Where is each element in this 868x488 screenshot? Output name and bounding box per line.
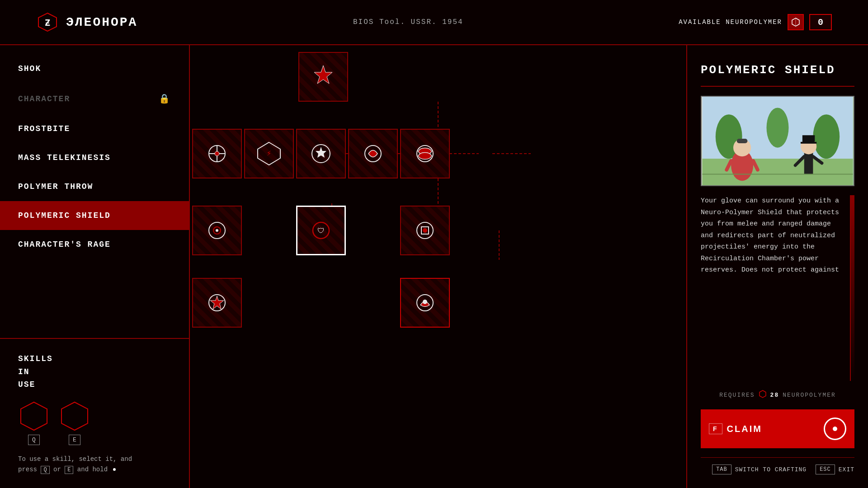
sidebar-item-shok[interactable]: SHOK xyxy=(0,54,189,83)
svg-point-18 xyxy=(215,151,219,156)
sidebar-item-mass-telekinesis[interactable]: MASS TELEKINESIS xyxy=(0,143,189,172)
requires-label: REQUIRES xyxy=(719,392,755,399)
key-q-badge: Q xyxy=(28,435,40,445)
svg-marker-4 xyxy=(21,402,47,430)
skill-hint: To use a skill, select it, and press Q o… xyxy=(18,454,171,474)
info-title: POLYMERIC SHIELD xyxy=(701,63,854,87)
info-description: Your glove can surround you with a Neuro… xyxy=(701,195,851,381)
claim-dot xyxy=(833,427,837,431)
key-e-badge: E xyxy=(69,435,80,445)
hexagons-container: Q E xyxy=(18,400,171,445)
svg-point-31 xyxy=(423,228,427,233)
sidebar-item-characters-rage[interactable]: CHARACTER'S RAGE xyxy=(0,230,189,259)
neuropolymer-label: AVAILABLE NEUROPOLYMER xyxy=(679,19,782,26)
exit-btn[interactable]: ESC EXIT xyxy=(816,465,854,474)
skill-node-r4c1[interactable] xyxy=(192,278,242,328)
neuropolymer-count: 0 xyxy=(809,14,832,30)
esc-key: ESC xyxy=(816,465,835,474)
main-content: SHOK CHARACTER 🔒 FROSTBITE MASS TELEKINE… xyxy=(0,45,868,488)
skill-node-r2c4[interactable] xyxy=(348,129,398,178)
info-requires: REQUIRES 28 NEUROPOLYMER xyxy=(701,390,854,400)
lock-icon: 🔒 xyxy=(159,93,171,104)
skill-node-r3c3-selected[interactable]: 🛡 xyxy=(296,206,346,255)
hex-e-container: E xyxy=(59,400,90,445)
skill-node-r2c2[interactable]: ⚡ xyxy=(244,129,294,178)
svg-marker-54 xyxy=(760,390,766,398)
skills-title: SKILLSINUSE xyxy=(18,352,171,391)
skill-node-r2c1[interactable] xyxy=(192,129,242,178)
neuropolymer-icon xyxy=(788,14,804,30)
claim-label: CLAIM xyxy=(727,424,762,434)
skill-node-r2c5[interactable] xyxy=(400,129,450,178)
svg-point-35 xyxy=(423,300,427,304)
connector-svg xyxy=(190,45,686,488)
header-left: Ƶ ЭЛЕОНОРА xyxy=(36,11,137,33)
tab-label: SWITCH TO CRAFTING xyxy=(735,466,807,473)
header-right: AVAILABLE NEUROPOLYMER 0 xyxy=(679,14,832,30)
switch-to-crafting-btn[interactable]: TAB SWITCH TO CRAFTING xyxy=(712,465,807,474)
logo-icon: Ƶ xyxy=(36,11,59,33)
bottom-bar: TAB SWITCH TO CRAFTING ESC EXIT xyxy=(701,457,854,474)
skill-node-r2c3[interactable] xyxy=(296,129,346,178)
claim-key: F xyxy=(709,423,722,434)
skill-tree: ⚡ xyxy=(190,45,687,488)
sidebar-item-polymer-throw[interactable]: POLYMER THROW xyxy=(0,172,189,201)
svg-marker-22 xyxy=(316,147,326,158)
svg-marker-33 xyxy=(210,296,224,309)
sidebar-nav: SHOK CHARACTER 🔒 FROSTBITE MASS TELEKINE… xyxy=(0,45,189,339)
sidebar-item-frostbite[interactable]: FROSTBITE xyxy=(0,114,189,143)
hex-q xyxy=(18,400,50,432)
svg-marker-14 xyxy=(314,66,332,84)
requires-currency: NEUROPOLYMER xyxy=(783,392,836,399)
header-subtitle: BIOS Tool. USSR. 1954 xyxy=(353,18,463,26)
svg-rect-43 xyxy=(737,139,748,143)
skill-node-r3c1[interactable] xyxy=(192,206,242,255)
svg-text:🛡: 🛡 xyxy=(317,227,325,235)
svg-text:⚡: ⚡ xyxy=(267,149,272,158)
character-name: ЭЛЕОНОРА xyxy=(66,15,137,29)
esc-label: EXIT xyxy=(839,466,854,473)
hex-e xyxy=(59,400,90,432)
skill-node-r4c5[interactable] xyxy=(400,278,450,328)
claim-circle xyxy=(824,418,846,440)
hex-q-container: Q xyxy=(18,400,50,445)
skill-node-r3c5[interactable] xyxy=(400,206,450,255)
svg-rect-50 xyxy=(801,142,816,144)
sidebar: SHOK CHARACTER 🔒 FROSTBITE MASS TELEKINE… xyxy=(0,45,190,488)
svg-point-39 xyxy=(813,114,840,159)
hint-key-e: E xyxy=(65,466,73,474)
svg-point-27 xyxy=(216,229,218,232)
sidebar-item-polymeric-shield[interactable]: POLYMERIC SHIELD xyxy=(0,201,189,230)
svg-point-40 xyxy=(767,108,789,148)
hint-key-q: Q xyxy=(41,466,49,474)
info-panel: POLYMERIC SHIELD xyxy=(687,45,868,488)
svg-text:Ƶ: Ƶ xyxy=(45,18,50,28)
requires-icon xyxy=(759,390,767,400)
sidebar-skills: SKILLSINUSE Q xyxy=(0,339,189,488)
claim-button[interactable]: F CLAIM xyxy=(701,409,854,448)
skill-node-top[interactable] xyxy=(298,52,348,102)
header: Ƶ ЭЛЕОНОРА BIOS Tool. USSR. 1954 AVAILAB… xyxy=(0,0,868,45)
tab-key: TAB xyxy=(712,465,731,474)
sidebar-item-character[interactable]: CHARACTER 🔒 xyxy=(0,83,189,114)
svg-rect-49 xyxy=(802,135,815,142)
claim-left: F CLAIM xyxy=(709,423,762,434)
svg-rect-37 xyxy=(702,159,853,185)
info-image xyxy=(701,96,854,186)
svg-marker-5 xyxy=(61,402,88,430)
requires-amount: 28 xyxy=(770,392,779,399)
